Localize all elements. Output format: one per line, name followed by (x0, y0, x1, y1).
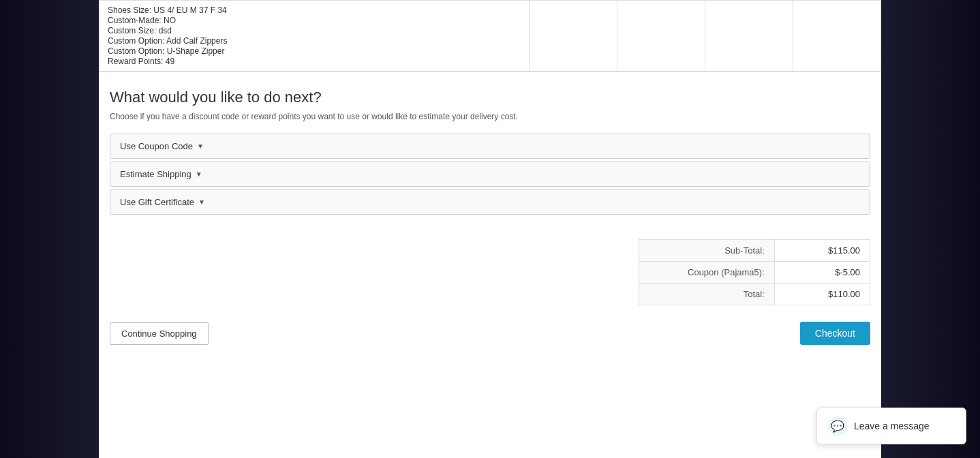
section-title: What would you like to do next? (110, 89, 870, 106)
accordion-gift-header[interactable]: Use Gift Certificate ▼ (110, 190, 870, 214)
accordion-coupon-header[interactable]: Use Coupon Code ▼ (110, 134, 870, 158)
checkout-button[interactable]: Checkout (800, 322, 870, 345)
accordion-gift-label: Use Gift Certificate (120, 197, 194, 207)
accordion-use-coupon[interactable]: Use Coupon Code ▼ (110, 134, 870, 159)
totals-row: Total: $110.00 (639, 284, 870, 305)
action-buttons-area: Continue Shopping Checkout (99, 305, 881, 367)
totals-value: $110.00 (774, 284, 870, 305)
totals-row: Coupon (Pajama5): $-5.00 (639, 262, 870, 284)
chevron-down-icon: ▼ (197, 142, 204, 150)
accordion-coupon-label: Use Coupon Code (120, 141, 193, 151)
accordion-gift-certificate[interactable]: Use Gift Certificate ▼ (110, 189, 870, 215)
live-chat-widget[interactable]: 💬 Leave a message (816, 408, 966, 444)
accordion-shipping-label: Estimate Shipping (120, 169, 192, 179)
totals-value: $-5.00 (774, 262, 870, 284)
chevron-down-icon: ▼ (196, 170, 202, 178)
next-steps-section: What would you like to do next? Choose i… (99, 72, 881, 228)
chat-icon: 💬 (828, 416, 847, 436)
live-chat-label: Leave a message (854, 421, 930, 431)
totals-label: Coupon (Pajama5): (639, 262, 775, 284)
accordion-shipping-header[interactable]: Estimate Shipping ▼ (110, 162, 870, 186)
partial-product-row: Shoes Size: US 4/ EU M 37 F 34Custom-Mad… (99, 0, 881, 72)
totals-value: $115.00 (774, 240, 870, 262)
section-subtitle: Choose if you have a discount code or re… (110, 112, 870, 121)
totals-label: Sub-Total: (639, 240, 775, 262)
totals-label: Total: (639, 284, 775, 305)
totals-area: Sub-Total: $115.00 Coupon (Pajama5): $-5… (99, 228, 881, 305)
accordion-estimate-shipping[interactable]: Estimate Shipping ▼ (110, 162, 870, 187)
totals-row: Sub-Total: $115.00 (639, 240, 870, 262)
totals-table: Sub-Total: $115.00 Coupon (Pajama5): $-5… (639, 239, 870, 305)
product-details: Shoes Size: US 4/ EU M 37 F 34Custom-Mad… (108, 5, 521, 66)
chevron-down-icon: ▼ (198, 198, 205, 206)
continue-shopping-button[interactable]: Continue Shopping (110, 322, 209, 345)
